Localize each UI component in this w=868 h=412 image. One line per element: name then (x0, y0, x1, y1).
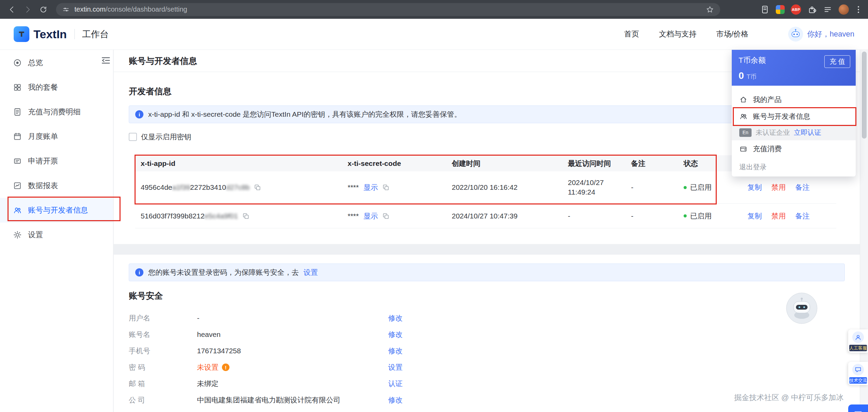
back-icon (8, 5, 16, 14)
user-chip[interactable]: 你好，heaven (788, 27, 854, 42)
page-scrollbar[interactable] (860, 50, 868, 412)
report-icon (13, 181, 22, 190)
copy-icon[interactable] (382, 184, 390, 191)
customer-service-widget[interactable]: 人工客服 (848, 329, 868, 353)
sidebar-item-1[interactable]: 我的套餐 (0, 75, 113, 100)
nav-home[interactable]: 首页 (624, 29, 639, 39)
logout-button[interactable]: 退出登录 (732, 157, 856, 172)
dropdown-item-recharge-consume[interactable]: 充值消费 (732, 140, 856, 157)
security-value: 未绑定 (197, 379, 388, 388)
nav-docs-support[interactable]: 文档与支持 (659, 29, 697, 39)
security-row: 账号名heaven修改 (129, 326, 845, 343)
remark-key-action[interactable]: 备注 (795, 211, 810, 221)
collapse-sidebar-icon[interactable] (100, 55, 111, 66)
enterprise-badge-icon: En (739, 128, 752, 137)
back-button[interactable] (5, 2, 19, 17)
logo-text[interactable]: TextIn (33, 28, 67, 41)
reading-list-icon[interactable] (823, 5, 832, 14)
billing-detail-icon (13, 108, 22, 116)
balance-unit: T币 (747, 73, 757, 81)
sidebar-item-label: 总览 (28, 58, 43, 68)
show-secret-link[interactable]: 显示 (364, 211, 378, 221)
disable-key-action[interactable]: 禁用 (771, 211, 786, 221)
browser-profile-avatar[interactable] (839, 4, 849, 15)
sidebar-item-4[interactable]: 申请开票 (0, 149, 113, 173)
security-action-link[interactable]: 修改 (388, 347, 403, 355)
account-security-card: 您的账号未设置登录密码，为保障账号安全，去 设置 账号安全 用户名-修改账号名h… (114, 255, 860, 412)
widget-label: 人工客服 (849, 345, 867, 351)
url-text: textin.com/console/dashboard/setting (74, 5, 187, 13)
cell-app-id: 516d03f7f399b8212e5c4a9f01 (135, 212, 342, 220)
dropdown-item-account-info[interactable]: 账号与开发者信息 (732, 108, 856, 125)
sidebar-item-3[interactable]: 月度账单 (0, 124, 113, 149)
sidebar-item-6[interactable]: 账号与开发者信息 (0, 198, 113, 223)
bookmark-star-icon[interactable] (706, 5, 714, 14)
robot-mascot (785, 292, 818, 325)
copy-icon[interactable] (382, 212, 390, 220)
copy-key-action[interactable]: 复制 (747, 183, 762, 192)
banner-settings-link[interactable]: 设置 (304, 268, 318, 277)
forward-button[interactable] (20, 2, 35, 17)
disable-key-action[interactable]: 禁用 (771, 183, 786, 192)
user-avatar[interactable] (788, 27, 803, 42)
copy-key-action[interactable]: 复制 (747, 211, 762, 221)
nav-market-price[interactable]: 市场/价格 (716, 29, 748, 39)
app-id-redacted: d27c8b (226, 183, 250, 191)
dropdown-item-my-products[interactable]: 我的产品 (732, 91, 856, 108)
sidebar-item-label: 充值与消费明细 (28, 107, 81, 117)
security-action-link[interactable]: 设置 (388, 363, 403, 371)
adblock-extension-icon[interactable]: ABP (791, 4, 801, 15)
recharge-button[interactable]: 充 值 (824, 55, 850, 68)
textin-logo-icon[interactable] (14, 26, 29, 42)
security-action-link[interactable]: 修改 (388, 396, 403, 404)
status-text: 已启用 (690, 183, 712, 192)
scrollbar-thumb[interactable] (862, 52, 867, 139)
colorful-extension-icon[interactable] (776, 5, 785, 14)
status-dot (684, 214, 687, 217)
watermark-text: 掘金技术社区 @ 中柠可乐多加冰 (734, 393, 844, 403)
security-label: 用户名 (129, 313, 197, 323)
sidebar-item-0[interactable]: 总览 (0, 51, 113, 75)
copy-icon[interactable] (254, 184, 261, 191)
security-label: 密 码 (129, 363, 197, 372)
security-action-link[interactable]: 修改 (388, 330, 403, 338)
browser-menu-icon[interactable] (855, 5, 862, 14)
balance-value: 0 (739, 70, 744, 81)
info-icon (135, 110, 143, 118)
user-greeting: 你好，heaven (807, 29, 854, 39)
app-id-text: 516d03f7f399b8212 (141, 212, 205, 220)
sidebar-item-5[interactable]: 数据报表 (0, 173, 113, 198)
wallet-icon (739, 145, 747, 153)
dropdown-item-label: 我的产品 (753, 95, 782, 104)
cell-remark: - (626, 212, 678, 220)
site-settings-icon[interactable] (62, 6, 70, 13)
sidebar-item-7[interactable]: 设置 (0, 223, 113, 247)
address-bar[interactable]: textin.com/console/dashboard/setting (56, 3, 720, 16)
tech-exchange-widget[interactable]: 技术交流 (848, 362, 868, 385)
sidebar-item-label: 数据报表 (28, 181, 58, 191)
url-path: /console/dashboard/setting (106, 5, 187, 13)
col-secret-code: x-ti-secret-code (342, 159, 446, 168)
security-value: 中国电建集团福建省电力勘测设计院有限公司 (197, 395, 388, 405)
chat-icon (853, 410, 863, 412)
security-action-link[interactable]: 认证 (388, 380, 403, 387)
table-row: 516d03f7f399b8212e5c4a9f01****显示2024/10/… (135, 204, 836, 228)
security-action-link[interactable]: 修改 (388, 314, 403, 322)
puzzle-extensions-icon[interactable] (807, 5, 817, 14)
remark-key-action[interactable]: 备注 (795, 183, 810, 192)
certify-now-link[interactable]: 立即认证 (794, 128, 821, 137)
contact-widget-partial[interactable] (848, 404, 868, 412)
refresh-button[interactable] (36, 2, 51, 17)
copy-icon[interactable] (242, 212, 250, 220)
show-secret-link[interactable]: 显示 (364, 183, 378, 192)
monthly-bill-icon (13, 132, 22, 141)
widget-label: 技术交流 (849, 377, 867, 384)
show-enabled-only-checkbox[interactable] (129, 133, 137, 141)
table-header: x-ti-app-id x-ti-secret-code 创建时间 最近访问时间… (135, 155, 836, 171)
security-label: 账号名 (129, 330, 197, 339)
enterprise-cert-row: En 未认证企业 立即认证 (732, 125, 856, 140)
page-extension-icon[interactable] (760, 5, 770, 14)
security-value: 17671347258 (197, 347, 388, 355)
sidebar-item-2[interactable]: 充值与消费明细 (0, 100, 113, 124)
balance-panel: T币余额 充 值 0 T币 (732, 50, 856, 86)
